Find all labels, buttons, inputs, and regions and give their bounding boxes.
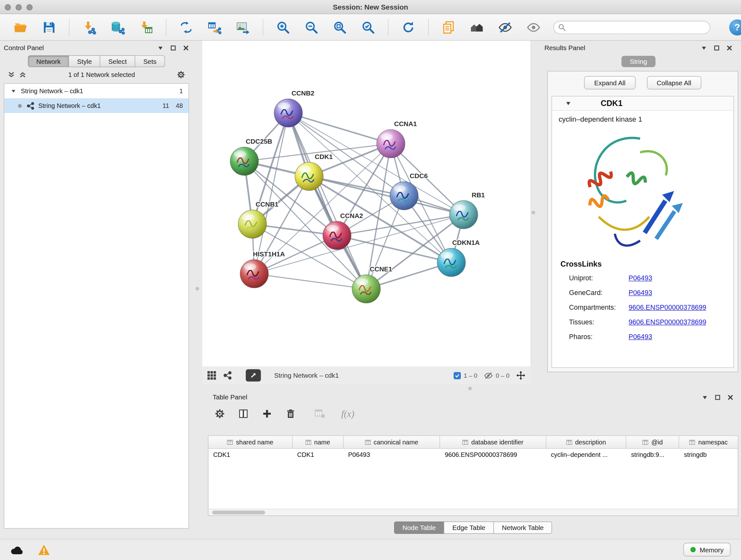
column-header-canonical-name[interactable]: canonical name (343, 436, 440, 448)
table-row[interactable]: CDK1 CDK1 P06493 9606.ENSP00000378699 cy… (208, 449, 738, 461)
collection-row[interactable]: String Network – cdk1 1 (4, 84, 189, 98)
show-graphics-details-button[interactable] (525, 18, 542, 36)
cloud-icon[interactable] (10, 544, 23, 555)
maximize-window-button[interactable] (26, 4, 32, 10)
network-options-gear-icon[interactable] (177, 71, 185, 79)
close-panel-icon[interactable] (726, 45, 732, 51)
close-window-button[interactable] (5, 4, 11, 10)
horizontal-scrollbar[interactable] (208, 509, 738, 515)
clone-network-button[interactable] (178, 18, 195, 36)
bottom-splitter-handle[interactable] (468, 387, 472, 390)
crosslink-tissues-link[interactable]: 9606.ENSP00000378699 (629, 318, 706, 326)
network-node-CCNA1[interactable]: CCNA1 (377, 120, 417, 158)
apply-layout-button[interactable] (400, 18, 417, 36)
collapse-all-networks-icon[interactable] (19, 71, 26, 78)
birds-eye-view-icon[interactable] (207, 371, 217, 380)
right-splitter-handle[interactable] (532, 211, 535, 214)
expand-all-button[interactable]: Expand All (584, 76, 635, 89)
panel-menu-icon[interactable] (701, 45, 707, 51)
network-node-CCNB2[interactable]: CCNB2 (274, 89, 314, 127)
collapse-caret-icon[interactable] (11, 88, 16, 94)
network-node-RB1[interactable]: RB1 (449, 191, 485, 229)
float-panel-icon[interactable] (715, 394, 721, 400)
tab-string[interactable]: String (621, 56, 656, 67)
tab-edge-table[interactable]: Edge Table (444, 521, 494, 534)
warning-icon[interactable] (38, 544, 50, 556)
pan-move-icon[interactable] (516, 371, 526, 380)
import-network-database-button[interactable] (109, 18, 126, 36)
collapse-all-button[interactable]: Collapse All (647, 76, 701, 89)
tab-style[interactable]: Style (69, 55, 100, 67)
close-panel-icon[interactable] (183, 45, 189, 51)
tab-select[interactable]: Select (100, 55, 135, 67)
column-header-name[interactable]: name (292, 436, 343, 448)
crosslink-genecard-link[interactable]: P06493 (629, 289, 652, 296)
status-bar: Memory (0, 539, 741, 560)
export-image-button[interactable] (234, 18, 252, 36)
hidden-eye-icon[interactable] (484, 371, 493, 380)
new-network-from-table-button[interactable] (206, 18, 223, 36)
float-panel-icon[interactable] (714, 45, 720, 51)
export-network-button[interactable] (246, 369, 261, 382)
crosslink-compartments-link[interactable]: 9606.ENSP00000378699 (629, 303, 706, 311)
delete-column-button[interactable] (285, 408, 297, 420)
zoom-selected-button[interactable] (360, 18, 377, 36)
network-graph[interactable]: CCNB2CCNA1CDC25BCDK1CDC6RB1CCNB1CCNA2CDK… (202, 41, 530, 366)
memory-button[interactable]: Memory (684, 543, 731, 557)
crosslink-label: GeneCard: (569, 289, 629, 296)
network-view[interactable]: CCNB2CCNA1CDC25BCDK1CDC6RB1CCNB1CCNA2CDK… (202, 41, 530, 366)
annotations-button[interactable] (440, 18, 457, 36)
minimize-window-button[interactable] (16, 4, 22, 10)
show-columns-button[interactable] (237, 408, 250, 420)
node-label: CDKN1A (452, 239, 480, 246)
left-splitter-handle[interactable] (196, 287, 199, 290)
panel-menu-icon[interactable] (157, 45, 163, 51)
column-type-icon (689, 439, 695, 445)
close-panel-icon[interactable] (727, 394, 733, 400)
network-row[interactable]: String Network – cdk1 11 48 (4, 98, 189, 113)
hide-panels-button[interactable] (496, 18, 514, 36)
column-header-id[interactable]: @id (626, 436, 679, 448)
zoom-fit-button[interactable] (331, 18, 348, 36)
column-header-namespace[interactable]: namespac (679, 436, 738, 448)
tab-network-table[interactable]: Network Table (493, 521, 552, 534)
open-session-button[interactable] (12, 18, 29, 36)
crosslink-label: Uniprot: (569, 274, 629, 282)
network-node-CDC25B[interactable]: CDC25B (230, 138, 272, 175)
create-column-button[interactable] (261, 408, 273, 420)
import-network-icon (82, 20, 96, 34)
scrollbar-thumb[interactable] (212, 510, 265, 514)
network-node-HIST1H1A[interactable]: HIST1H1A (240, 250, 285, 288)
crosslink-pharos-link[interactable]: P06493 (629, 333, 652, 340)
node-label: HIST1H1A (253, 250, 285, 258)
zoom-out-button[interactable] (303, 18, 320, 36)
expand-all-networks-icon[interactable] (8, 71, 15, 78)
show-all-panels-button[interactable] (468, 18, 485, 36)
zoom-in-button[interactable] (274, 18, 291, 36)
crosslink-uniprot-link[interactable]: P06493 (629, 274, 652, 282)
import-network-file-button[interactable] (81, 18, 98, 36)
help-button[interactable]: ? (729, 19, 741, 35)
network-node-CDK1[interactable]: CDK1 (295, 153, 333, 191)
gear-icon (214, 408, 225, 419)
tab-sets[interactable]: Sets (135, 55, 165, 67)
float-panel-icon[interactable] (170, 45, 176, 51)
selected-checkbox-icon[interactable] (454, 372, 461, 379)
crosslinks-section: CrossLinks Uniprot:P06493 GeneCard:P0649… (552, 258, 734, 344)
tab-network[interactable]: Network (28, 55, 69, 67)
panel-menu-icon[interactable] (702, 394, 708, 400)
column-header-shared-name[interactable]: shared name (208, 436, 292, 448)
network-node-CCNB1[interactable]: CCNB1 (238, 200, 278, 238)
cell-shared-name: CDK1 (208, 449, 292, 461)
network-node-CDKN1A[interactable]: CDKN1A (437, 239, 480, 276)
search-input[interactable] (553, 20, 711, 34)
collapse-section-icon[interactable] (565, 100, 571, 106)
protein-detail-card: CDK1 cyclin–dependent kinase 1 (551, 96, 734, 368)
column-header-database-identifier[interactable]: database identifier (440, 436, 546, 448)
column-header-description[interactable]: description (546, 436, 626, 448)
save-session-button[interactable] (41, 18, 57, 36)
import-table-file-button[interactable] (138, 18, 154, 36)
table-options-button[interactable] (213, 408, 226, 420)
tab-node-table[interactable]: Node Table (394, 521, 444, 534)
network-share-icon[interactable] (223, 371, 232, 380)
